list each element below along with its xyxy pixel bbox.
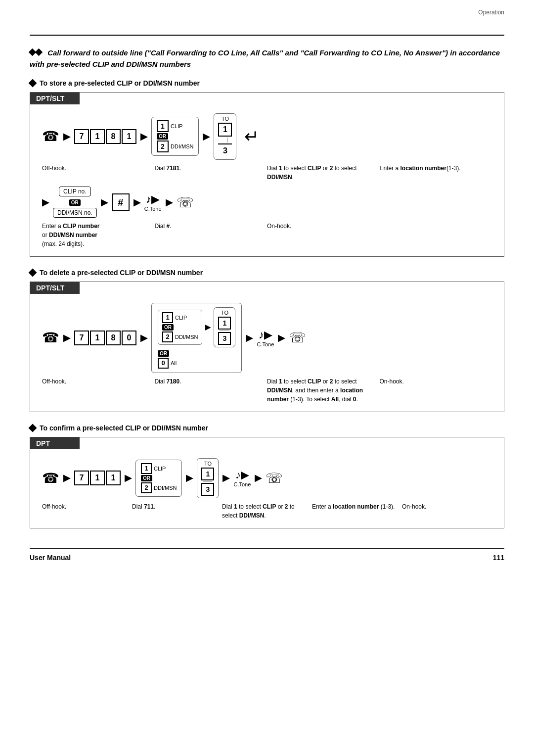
section3-diagram-row: ☎ ▶ 7 1 1 ▶ 1 CLIP OR 2 DDI/MSN	[30, 458, 504, 498]
key3-loc1: 1	[201, 468, 214, 480]
footer-right: 111	[493, 554, 504, 562]
footer-left: User Manual	[30, 554, 71, 562]
to-label3: TO	[204, 461, 212, 467]
key3-2: 2	[141, 482, 152, 493]
s2desc3: Dial 1 to select CLIP or 2 to select DDI…	[267, 377, 380, 404]
curved-arrow-icon: ↵	[244, 126, 259, 147]
arrow3-4: ▶	[222, 472, 229, 483]
operation-label: Operation	[478, 9, 504, 16]
or-badge5: OR	[141, 475, 152, 481]
desc2-cell: Dial 7181.	[155, 164, 267, 182]
arrow-r2c: ▶	[134, 197, 140, 208]
dial-7180: 7 1 8 0	[74, 331, 136, 345]
s2desc1: Off-hook.	[42, 377, 155, 404]
arrow3-2: ▶	[125, 472, 132, 483]
phone-offhook2: ☎	[42, 330, 59, 346]
arrow-r2b: ▶	[101, 197, 108, 208]
key3-1: 1	[141, 463, 152, 474]
section3-title-text: To confirm a pre-selected CLIP or DDI/MS…	[40, 424, 208, 432]
key2-8: 8	[106, 331, 121, 345]
phone-onhook3: ☏	[266, 470, 283, 486]
arrow2-2: ▶	[140, 332, 147, 343]
key2-0: 0	[122, 331, 136, 345]
s2desc4: On-hook.	[380, 377, 492, 404]
arrow1: ▶	[63, 131, 70, 142]
to-label: TO	[222, 116, 229, 122]
section2-diagram-row: ☎ ▶ 7 1 8 0 ▶ 1 CLIP	[30, 303, 504, 373]
key-all: 0	[158, 358, 169, 369]
or-badge: OR	[157, 133, 168, 140]
s3desc2: Dial 711.	[132, 502, 222, 520]
key-loc2b: 3	[218, 332, 231, 345]
section3-title: To confirm a pre-selected CLIP or DDI/MS…	[30, 424, 504, 432]
section2-box: DPT/SLT ☎ ▶ 7 1 8 0 ▶ 1 CLIP	[30, 282, 504, 412]
phone-offhook3: ☎	[42, 470, 59, 486]
arrow3-5: ▶	[255, 472, 262, 483]
double-diamond-icon	[30, 47, 43, 58]
ctone-text1: C.Tone	[144, 206, 162, 212]
s3desc3: Dial 1 to select CLIP or 2 to select DDI…	[222, 502, 312, 520]
or-badge2: OR	[69, 199, 81, 206]
arrow3-3: ▶	[186, 472, 193, 483]
key-8: 8	[106, 129, 121, 144]
desc2r3-cell: On-hook.	[267, 222, 380, 248]
inner-bracket: 1 CLIP OR 2 DDI/MSN	[158, 310, 202, 345]
inner-bracket-row: 1 CLIP OR 2 DDI/MSN ▶ TO	[158, 307, 235, 347]
key-d1: 1	[162, 312, 173, 323]
s3desc4: Enter a location number (1-3).	[312, 502, 402, 520]
s2desc2: Dial 7180.	[155, 377, 267, 404]
dial-7181: 7 1 8 1	[74, 129, 136, 144]
section1-title-text: To store a pre-selected CLIP or DDI/MSN …	[40, 79, 200, 87]
desc3-cell: Dial 1 to select CLIP or 2 to select DDI…	[267, 164, 380, 182]
desc1-cell: Off-hook.	[42, 164, 155, 182]
footer: User Manual 111	[30, 554, 504, 562]
loc-box2: TO 1 3	[214, 307, 235, 347]
all-label: All	[171, 360, 177, 366]
delete-selector: 1 CLIP OR 2 DDI/MSN ▶ TO	[151, 303, 242, 373]
s3desc1: Off-hook.	[42, 502, 132, 520]
clip-no-box: CLIP no.	[59, 187, 90, 196]
arrow-inner: ▶	[205, 323, 211, 331]
top-divider	[30, 35, 504, 36]
or-badge4: OR	[158, 350, 169, 357]
section2-title-text: To delete a pre-selected CLIP or DDI/MSN…	[40, 269, 203, 277]
section1-diagram-row2: ▶ CLIP no. OR DDI/MSN no. ▶ # ▶ ♪▶ C.Ton…	[30, 182, 504, 219]
ddi-label-text: DDI/MSN	[171, 143, 193, 149]
key-2-ddi: 2	[157, 141, 169, 152]
arrow-r2d: ▶	[166, 197, 173, 208]
clip-label2: CLIP	[175, 315, 187, 321]
desc4-cell: Enter a location number(1-3).	[380, 164, 492, 182]
section1-title: To store a pre-selected CLIP or DDI/MSN …	[30, 79, 504, 87]
key-1b: 1	[122, 129, 136, 144]
to-label2: TO	[221, 310, 228, 316]
arrow-r2a: ▶	[42, 197, 49, 208]
or-row2: OR	[158, 350, 169, 357]
phone-onhook2: ☏	[289, 330, 306, 346]
section1-box-header: DPT/SLT	[30, 93, 80, 104]
ctone-icon2: ♪▶	[259, 329, 272, 341]
or-badge3: OR	[162, 324, 174, 331]
arrow2: ▶	[140, 131, 147, 142]
arrow3-1: ▶	[63, 472, 70, 483]
key3-loc3: 3	[201, 483, 214, 496]
dial-711: 7 1 1	[74, 471, 121, 485]
clip-label-text: CLIP	[171, 123, 182, 129]
section1-box: DPT/SLT ☎ ▶ 7 1 8 1 ▶ 1 CLIP OR	[30, 92, 504, 257]
ctone-text2: C.Tone	[257, 341, 274, 347]
key-7: 7	[74, 129, 89, 144]
main-title-text: Call forward to outside line ("Call Forw…	[30, 48, 500, 68]
arrow2-4: ▶	[278, 332, 285, 343]
desc2r1-cell: Enter a CLIP numberor DDI/MSN number(max…	[42, 222, 155, 248]
key3-7: 7	[74, 471, 89, 485]
section2-box-header: DPT/SLT	[30, 282, 80, 294]
clip-ddi-selector: 1 CLIP OR 2 DDI/MSN	[151, 117, 199, 156]
desc2r4-cell	[380, 222, 492, 248]
key2-7: 7	[74, 331, 89, 345]
confirm-selector: 1 CLIP OR 2 DDI/MSN	[135, 460, 182, 497]
page-container: Operation Call forward to outside line (…	[0, 0, 534, 591]
main-title: Call forward to outside line ("Call Forw…	[30, 47, 504, 70]
loc-box3: TO 1 3	[197, 458, 219, 498]
clip-ddi-no-group: CLIP no. OR DDI/MSN no.	[53, 187, 97, 219]
ctone-group2: ♪▶ C.Tone	[257, 329, 274, 347]
ddi-label2: DDI/MSN	[175, 334, 198, 340]
